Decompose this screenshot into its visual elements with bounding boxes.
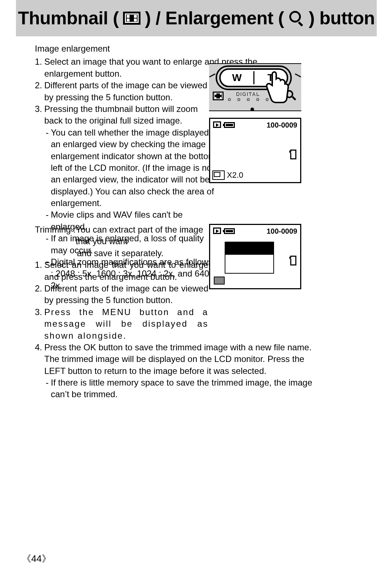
playback-icon [213,121,221,128]
file-number: 100-0009 [266,227,297,235]
title-part-3: ) button [309,8,375,29]
trim-step-4: Press the OK button to save the trimmed … [44,342,322,377]
enlargement-icon [289,10,305,26]
digital-zoom-label: DIGITAL [236,91,260,97]
section-trimming: Trimming : You can extract part of the i… [35,224,372,400]
status-icons [213,121,235,129]
status-icons [213,227,235,235]
enlargement-indicator-icon [214,277,225,285]
trimming-label: Trimming : [35,224,75,247]
section-heading: Image enlargement [35,43,372,55]
camera-button-illustration: W T DIGITAL [209,63,301,111]
wide-button-label: W [221,70,253,86]
title-part-2: ) / Enlargement ( [145,8,284,29]
battery-icon [224,122,235,128]
enlargement-indicator-icon [212,170,225,180]
trim-note: If there is little memory space to save … [51,377,332,400]
step-2: Different parts of the image can be view… [44,80,208,103]
title-part-1: Thumbnail ( [18,8,119,29]
page-number: 44 [22,552,51,565]
playback-icon [213,227,221,234]
thumbnail-icon [213,92,224,100]
note-1: You can tell whether the image displayed… [51,127,219,209]
trim-step-3: Press the MENU button and a message will… [44,306,208,342]
trimming-intro-line1: You can extract part of the image that y… [75,224,208,247]
memory-card-icon [289,149,297,160]
lcd-preview-trimming: 100-0009 [209,224,301,289]
hand-pointer-icon [264,69,293,105]
indicator-dots [228,98,269,101]
trim-selection-box [225,242,274,274]
trim-step-2: Different parts of the image can be view… [44,283,208,306]
lcd-preview-enlargement: 100-0009 X2.0 [209,118,301,183]
file-number: 100-0009 [266,121,297,129]
zoom-value: X2.0 [227,170,243,180]
step-3: Pressing the thumbnail button will zoom … [44,103,208,127]
battery-icon [224,228,235,234]
memory-card-icon [289,255,297,266]
page-title: Thumbnail ( ) / Enlargement ( ) button [16,0,377,36]
trim-step-1: Select an image that you want to enlarge… [44,259,208,283]
thumbnail-icon [123,12,140,25]
